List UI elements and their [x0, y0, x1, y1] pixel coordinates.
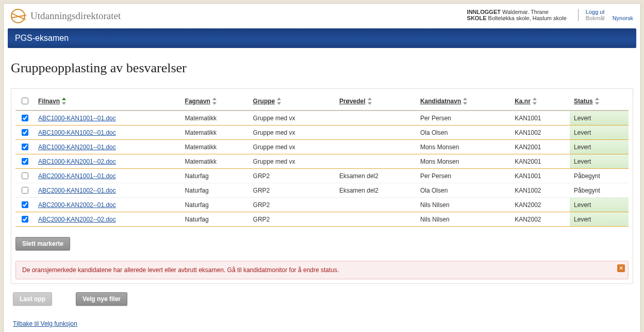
col-group[interactable]: Gruppe — [249, 93, 335, 110]
cell-status: Levert — [570, 110, 629, 125]
alert-close-button[interactable]: ✕ — [617, 264, 625, 272]
row-checkbox[interactable] — [22, 201, 28, 208]
file-link[interactable]: ABC2000-KAN2002--01.doc — [38, 201, 116, 209]
sort-icon — [463, 98, 467, 104]
row-checkbox[interactable] — [22, 129, 28, 136]
cell-part — [335, 198, 416, 212]
table-row: ABC2000-KAN1002--01.docNaturfagGRP2Eksam… — [15, 183, 629, 198]
table-row: ABC1000-KAN2001--02.docMatematikkGruppe … — [15, 154, 629, 169]
action-buttons: Last opp Velg nye filer — [13, 292, 631, 306]
sort-icon — [368, 98, 372, 104]
cell-status: Levert — [570, 125, 629, 140]
file-link[interactable]: ABC1000-KAN2001--02.doc — [38, 158, 116, 165]
file-link[interactable]: ABC2000-KAN1001--01.doc — [38, 172, 116, 180]
school-label: SKOLE — [467, 15, 487, 21]
user-block: INNLOGGET Waldemar. Thrane SKOLE Boltelø… — [467, 9, 567, 21]
cell-candidate: Nils Nilsen — [416, 198, 510, 212]
row-checkbox[interactable] — [22, 158, 28, 165]
cell-candno: KAN1001 — [510, 169, 570, 183]
row-checkbox[interactable] — [22, 187, 28, 194]
upload-button[interactable]: Last opp — [13, 292, 52, 306]
table-buttons: Slett markerte — [15, 237, 629, 250]
cell-part — [335, 125, 416, 140]
cell-candidate: Per Persen — [416, 110, 510, 125]
cell-status: Påbegynt — [570, 183, 629, 198]
table-row: ABC1000-KAN1002--01.docMatematikkGruppe … — [15, 125, 629, 140]
back-link[interactable]: Tilbake til Velg funksjon — [13, 320, 77, 327]
cell-part — [335, 154, 416, 169]
cell-candno: KAN2001 — [510, 140, 570, 154]
col-filename[interactable]: Filnavn — [34, 93, 181, 110]
cell-subject: Matematikk — [181, 125, 249, 140]
col-part[interactable]: Prøvedel — [335, 93, 416, 110]
cell-candidate: Nils Nilsen — [416, 212, 510, 227]
cell-subject: Naturfag — [181, 169, 249, 183]
site-header: Utdanningsdirektoratet INNLOGGET Waldema… — [4, 4, 640, 24]
app-frame: Utdanningsdirektoratet INNLOGGET Waldema… — [3, 3, 641, 332]
row-checkbox[interactable] — [22, 216, 28, 223]
app-title: PGS-eksamen — [15, 34, 69, 42]
cell-candidate: Ola Olsen — [416, 183, 510, 198]
sort-icon — [277, 98, 281, 104]
cell-subject: Naturfag — [181, 198, 249, 212]
cell-group: Gruppe med vx — [249, 154, 335, 169]
select-all-checkbox[interactable] — [22, 98, 28, 104]
cell-status: Levert — [570, 198, 629, 212]
header-right: INNLOGGET Waldemar. Thrane SKOLE Boltelø… — [467, 9, 633, 21]
link-block: Logg ut Bokmål Nynorsk — [578, 9, 633, 21]
cell-group: GRP2 — [249, 169, 335, 183]
files-table: Filnavn Fagnavn Gruppe Prøvedel Kandidat… — [15, 93, 629, 227]
table-row: ABC2000-KAN1001--01.docNaturfagGRP2Eksam… — [15, 169, 629, 183]
brand-name: Utdanningsdirektoratet — [30, 10, 121, 22]
logo-icon — [11, 9, 25, 23]
sort-icon — [533, 98, 537, 104]
cell-subject: Matematikk — [181, 154, 249, 169]
warning-alert: De oransjemerkede kandidatene har allere… — [15, 261, 629, 279]
cell-candno: KAN1001 — [510, 110, 570, 125]
alert-text: De oransjemerkede kandidatene har allere… — [22, 266, 339, 274]
cell-group: GRP2 — [249, 212, 335, 227]
row-checkbox[interactable] — [22, 172, 28, 179]
cell-status: Levert — [570, 212, 629, 227]
cell-candidate: Mons Monsen — [416, 140, 510, 154]
app-title-bar: PGS-eksamen — [8, 28, 636, 48]
cell-subject: Matematikk — [181, 140, 249, 154]
row-checkbox[interactable] — [22, 144, 28, 150]
cell-part — [335, 140, 416, 154]
table-row: ABC2000-KAN2002--02.docNaturfagGRP2Nils … — [15, 212, 629, 227]
cell-part — [335, 212, 416, 227]
col-candno[interactable]: Ka.nr — [510, 93, 570, 110]
cell-subject: Naturfag — [181, 183, 249, 198]
col-status[interactable]: Status — [570, 93, 629, 110]
logout-link[interactable]: Logg ut — [586, 9, 605, 15]
table-row: ABC2000-KAN2002--01.docNaturfagGRP2Nils … — [15, 198, 629, 212]
cell-group: Gruppe med vx — [249, 110, 335, 125]
file-link[interactable]: ABC1000-KAN1002--01.doc — [38, 129, 116, 136]
file-link[interactable]: ABC1000-KAN2001--01.doc — [38, 144, 116, 151]
cell-status: Levert — [570, 154, 629, 169]
user-name: Waldemar. Thrane — [502, 9, 549, 15]
cell-candidate: Mons Monsen — [416, 154, 510, 169]
cell-part — [335, 110, 416, 125]
cell-status: Påbegynt — [570, 169, 629, 183]
file-link[interactable]: ABC2000-KAN1002--01.doc — [38, 187, 116, 194]
lang-switch-link[interactable]: Nynorsk — [613, 15, 633, 21]
content: Gruppeopplasting av besvarelser Filnavn … — [4, 48, 640, 327]
cell-candno: KAN1002 — [510, 125, 570, 140]
row-checkbox[interactable] — [22, 115, 28, 121]
delete-selected-button[interactable]: Slett markerte — [15, 237, 70, 250]
table-panel: Filnavn Fagnavn Gruppe Prøvedel Kandidat… — [11, 88, 633, 284]
file-link[interactable]: ABC1000-KAN1001--01.doc — [38, 115, 116, 122]
sort-icon — [595, 98, 599, 104]
choose-new-files-button[interactable]: Velg nye filer — [76, 292, 127, 306]
table-row: ABC1000-KAN2001--01.docMatematikkGruppe … — [15, 140, 629, 154]
school-name: Bolteløkka skole, Haslum skole — [488, 15, 567, 21]
col-subject[interactable]: Fagnavn — [181, 93, 249, 110]
cell-group: Gruppe med vx — [249, 125, 335, 140]
cell-group: GRP2 — [249, 198, 335, 212]
cell-status: Levert — [570, 140, 629, 154]
col-candidate[interactable]: Kandidatnavn — [416, 93, 510, 110]
cell-subject: Naturfag — [181, 212, 249, 227]
sort-icon — [212, 98, 217, 104]
file-link[interactable]: ABC2000-KAN2002--02.doc — [38, 216, 116, 223]
